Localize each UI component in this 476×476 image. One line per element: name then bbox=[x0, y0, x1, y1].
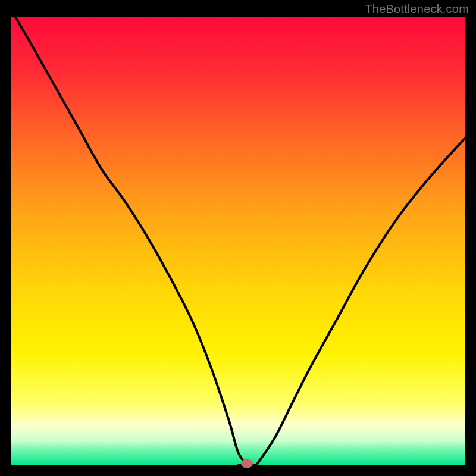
bottleneck-curve bbox=[11, 17, 465, 465]
watermark-label: TheBottleneck.com bbox=[365, 2, 469, 16]
plot-area bbox=[11, 17, 465, 465]
chart-frame: TheBottleneck.com bbox=[0, 0, 476, 476]
optimum-marker bbox=[241, 459, 253, 468]
